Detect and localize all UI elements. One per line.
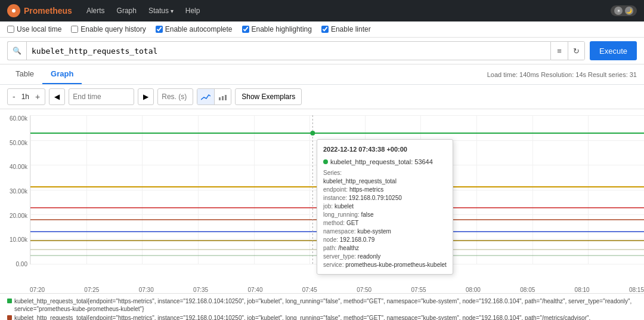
time-range-control: - 1h +: [7, 88, 45, 105]
y-axis: 60.00k 50.00k 40.00k 30.00k 20.00k 10.00…: [0, 115, 30, 267]
graph-canvas: 2022-12-12 07:43:38 +00:00 kubelet_http_…: [30, 115, 644, 264]
enable-highlighting-option[interactable]: Enable highlighting: [242, 25, 312, 33]
tooltip-endpoint: endpoint: https-metrics: [323, 186, 447, 194]
brand-name: Prometheus: [24, 6, 72, 16]
next-time-button[interactable]: ▶: [138, 88, 154, 105]
enable-query-history-option[interactable]: Enable query history: [71, 25, 145, 33]
enable-autocomplete-option[interactable]: Enable autocomplete: [156, 25, 233, 33]
tooltip-series-full: kubelet_http_requests_total: [323, 177, 447, 186]
line-chart-button[interactable]: [197, 89, 214, 105]
tooltip-meta: Series: kubelet_http_requests_total endp…: [323, 169, 447, 269]
svg-rect-3: [222, 96, 224, 100]
tooltip-path: path: /healthz: [323, 244, 447, 253]
x-label-8: 08:00: [466, 287, 481, 293]
tabs: Table Graph: [7, 64, 82, 84]
refresh-button[interactable]: ↻: [568, 41, 584, 60]
x-label-0: 07:20: [30, 287, 45, 293]
y-label-0: 0.00: [16, 261, 27, 267]
stacked-chart-icon: [218, 94, 228, 101]
tooltip-series-dot: [323, 159, 328, 164]
y-label-10k: 10.00k: [10, 236, 27, 243]
line-chart-icon: [201, 94, 210, 101]
nav-status[interactable]: Status: [144, 3, 178, 19]
legend-item-1: kubelet_http_requests_total{endpoint="ht…: [7, 314, 637, 320]
query-input[interactable]: [26, 41, 550, 60]
tooltip-server-type: server_type: readonly: [323, 253, 447, 261]
show-exemplars-button[interactable]: Show Exemplars: [235, 88, 302, 105]
search-bar: 🔍 ≡ ↻ Execute: [0, 38, 644, 64]
tooltip-series-row: kubelet_http_requests_total: 53644: [323, 157, 447, 167]
enable-linter-label: Enable linter: [331, 25, 371, 33]
search-icon-wrap: 🔍: [7, 41, 26, 60]
chart-type-buttons: [197, 88, 231, 105]
tooltip-service: service: prometheus-kube-prometheus-kube…: [323, 261, 447, 269]
tooltip-series-name: kubelet_http_requests_total: 53644: [330, 157, 433, 167]
enable-autocomplete-label: Enable autocomplete: [165, 25, 233, 33]
x-axis: 07:20 07:25 07:30 07:35 07:40 07:45 07:5…: [0, 285, 644, 293]
options-bar: Use local time Enable query history Enab…: [0, 21, 644, 38]
y-label-50k: 50.00k: [10, 140, 27, 146]
resolution-input[interactable]: [157, 88, 193, 105]
nav-help[interactable]: Help: [181, 3, 205, 19]
svg-rect-4: [225, 95, 227, 100]
x-label-2: 07:30: [139, 287, 154, 293]
x-label-10: 08:10: [575, 287, 590, 293]
search-actions: ≡ ↻: [550, 41, 585, 60]
legend-dot-0: [7, 299, 12, 303]
nav-graph[interactable]: Graph: [112, 3, 141, 19]
metrics-list-button[interactable]: ≡: [551, 41, 568, 60]
refresh-icon: ↻: [573, 47, 580, 56]
x-label-6: 07:50: [357, 287, 371, 293]
graph-area: 60.00k 50.00k 40.00k 30.00k 20.00k 10.00…: [0, 109, 644, 285]
enable-linter-checkbox[interactable]: [321, 26, 329, 33]
list-icon: ≡: [557, 47, 562, 56]
navbar: Prometheus Alerts Graph Status Help ☀ 🌙: [0, 0, 644, 21]
end-time-input[interactable]: [69, 88, 134, 105]
light-theme-icon: ☀: [614, 7, 623, 15]
x-label-7: 07:55: [411, 287, 426, 293]
navbar-right: ☀ 🌙: [611, 5, 637, 16]
x-label-11: 08:15: [629, 287, 644, 293]
y-label-60k: 60.00k: [10, 115, 27, 122]
tab-table[interactable]: Table: [7, 64, 42, 84]
prometheus-logo: [7, 4, 20, 17]
tab-info: Load time: 140ms Resolution: 14s Result …: [487, 69, 637, 81]
theme-toggle[interactable]: ☀ 🌙: [611, 5, 637, 16]
dark-theme-icon: 🌙: [625, 7, 633, 15]
time-decrease-button[interactable]: -: [10, 91, 18, 103]
search-icon: 🔍: [13, 47, 21, 55]
execute-button[interactable]: Execute: [590, 41, 637, 60]
y-label-20k: 20.00k: [10, 213, 27, 219]
tooltip-instance: instance: 192.168.0.79:10250: [323, 194, 447, 202]
nav-links: Alerts Graph Status Help: [82, 3, 205, 19]
tooltip-long-running: long_running: false: [323, 211, 447, 219]
tab-graph[interactable]: Graph: [42, 64, 82, 84]
brand: Prometheus: [7, 4, 72, 17]
use-local-time-option[interactable]: Use local time: [7, 25, 61, 33]
legend-dot-1: [7, 315, 12, 320]
time-increase-button[interactable]: +: [33, 91, 42, 103]
tooltip-node: node: 192.168.0.79: [323, 236, 447, 244]
enable-highlighting-label: Enable highlighting: [252, 25, 312, 33]
prev-time-button[interactable]: ◀: [49, 88, 65, 105]
enable-linter-option[interactable]: Enable linter: [321, 25, 371, 33]
x-label-3: 07:35: [193, 287, 208, 293]
tooltip-dot: [310, 131, 315, 136]
graph-tooltip: 2022-12-12 07:43:38 +00:00 kubelet_http_…: [317, 139, 453, 275]
legend-text-0: kubelet_http_requests_total{endpoint="ht…: [14, 297, 637, 313]
legend: kubelet_http_requests_total{endpoint="ht…: [0, 293, 644, 320]
enable-query-history-label: Enable query history: [80, 25, 145, 33]
enable-query-history-checkbox[interactable]: [71, 26, 78, 33]
tooltip-method: method: GET: [323, 219, 447, 227]
svg-rect-2: [219, 97, 221, 100]
x-label-1: 07:25: [84, 287, 99, 293]
use-local-time-checkbox[interactable]: [7, 26, 14, 33]
enable-autocomplete-checkbox[interactable]: [156, 26, 163, 33]
stacked-chart-button[interactable]: [214, 89, 231, 105]
legend-item-0: kubelet_http_requests_total{endpoint="ht…: [7, 297, 637, 313]
enable-highlighting-checkbox[interactable]: [242, 26, 249, 33]
nav-alerts[interactable]: Alerts: [82, 3, 110, 19]
y-label-40k: 40.00k: [10, 164, 27, 170]
svg-point-1: [12, 9, 16, 13]
x-label-4: 07:40: [247, 287, 262, 293]
